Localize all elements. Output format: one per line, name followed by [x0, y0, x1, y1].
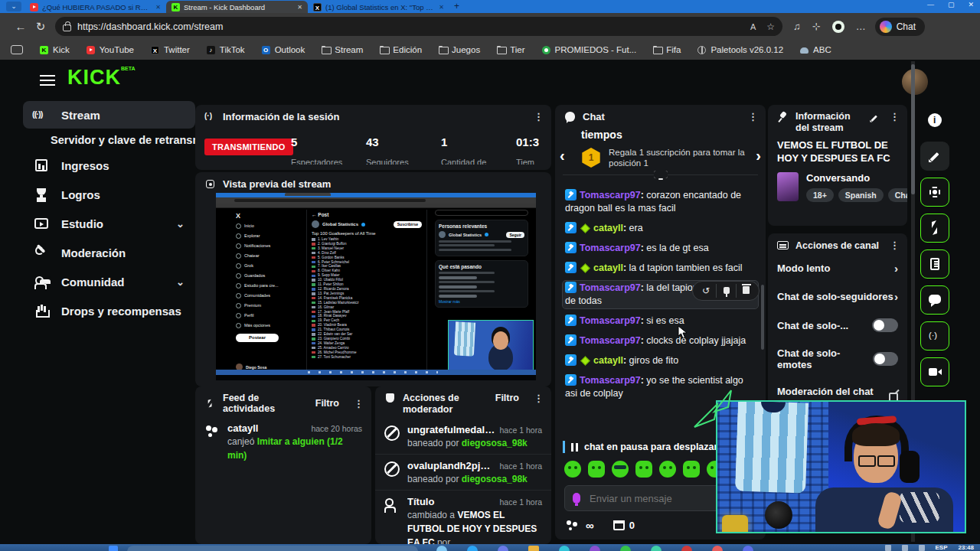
emote-icon[interactable]	[564, 461, 581, 478]
chat-message[interactable]: catayll era	[563, 221, 758, 236]
infinity-icon[interactable]: ∞	[586, 519, 593, 532]
chat-message[interactable]: Tomascarp97 si es esa	[563, 314, 758, 328]
kebab-menu-icon[interactable]: ⋮	[890, 240, 900, 251]
sidebar-item[interactable]: Servidor y clave de retransm	[23, 130, 195, 150]
notes-button[interactable]	[920, 249, 949, 279]
sidebar-item[interactable]: Logros	[23, 181, 195, 208]
chat-divider[interactable]	[563, 174, 758, 185]
chevron-right-icon[interactable]: ›	[894, 290, 898, 303]
chat-message[interactable]: Tomascarp97 clocks de colplay jjajaja	[563, 334, 758, 348]
emote-icon[interactable]	[659, 461, 676, 478]
windows-taskbar[interactable]: ESP 23:48	[0, 544, 980, 551]
bookmark-item[interactable]: Twitter	[151, 45, 190, 54]
bookmark-item[interactable]: YouTube	[87, 45, 134, 54]
chat-message[interactable]: catayll la d tapion tambien es facil	[563, 261, 758, 276]
category-name[interactable]: Conversando	[806, 172, 907, 184]
chat-scrollbar[interactable]	[761, 285, 764, 350]
bookmark-item[interactable]: PROMIEDOS - Fut...	[542, 45, 637, 54]
clock[interactable]: 23:48	[959, 544, 974, 551]
identity-icon[interactable]	[566, 520, 580, 532]
tray-icon[interactable]	[919, 545, 925, 551]
sidebar-item[interactable]: Estudio ⌄	[23, 210, 195, 237]
sidebar-item[interactable]: Drops y recompensas	[23, 297, 195, 324]
chat-message[interactable]: catayll giros de fito	[563, 354, 758, 368]
language-indicator[interactable]: ESP	[936, 544, 948, 551]
minimize-button[interactable]: —	[927, 1, 934, 8]
channel-action-row[interactable]: Chat de solo-emotes ›	[768, 340, 907, 378]
info-button[interactable]	[920, 106, 949, 135]
chevron-right-icon[interactable]: ›	[894, 262, 898, 275]
bookmark-item[interactable]: Tier	[497, 45, 524, 54]
new-tab-button[interactable]: +	[454, 1, 459, 11]
emote-icon[interactable]	[683, 461, 700, 478]
tray-icon[interactable]	[885, 545, 891, 551]
broadcast-button[interactable]	[920, 321, 949, 350]
moderator-action-entry[interactable]: ovaluplandh2pjhfgvzf hace 1 hora baneado…	[375, 454, 551, 490]
toggle-switch[interactable]	[872, 318, 898, 332]
browser-tab[interactable]: Stream - Kick Dashboard ✕	[166, 1, 308, 13]
kebab-menu-icon[interactable]: ⋮	[748, 111, 758, 122]
site-info-lock-icon[interactable]	[63, 24, 71, 31]
browser-tab[interactable]: ¿Qué HUBIERA PASADO si Ronald ✕	[24, 1, 166, 13]
activity-feed-button[interactable]	[920, 214, 949, 243]
emote-icon[interactable]	[635, 461, 652, 478]
back-button[interactable]: ←	[11, 20, 31, 33]
bookmark-item[interactable]: Outlook	[262, 45, 305, 54]
sidebar-item[interactable]: Moderación	[23, 239, 195, 266]
tab-search-icon[interactable]: ⌄	[6, 2, 21, 11]
edit-pencil-icon[interactable]	[870, 113, 880, 123]
reply-icon[interactable]: ↺	[696, 284, 716, 298]
extension-soccer-icon[interactable]	[832, 21, 844, 33]
chat-message[interactable]: Tomascarp97 corazon encantado de dragon …	[563, 188, 758, 216]
delete-icon[interactable]	[736, 284, 756, 298]
video-button[interactable]	[920, 357, 949, 386]
copilot-chat-button[interactable]: Chat	[875, 18, 925, 36]
sidebar-item[interactable]: Ingresos	[23, 152, 195, 179]
chat-message[interactable]: Tomascarp97 es la de gt esa	[563, 241, 758, 256]
bookmark-item[interactable]: Fifa	[653, 45, 681, 54]
activity-feed-entry[interactable]: catayll hace 20 horas canjeó Imitar a al…	[195, 417, 371, 466]
close-button[interactable]: ✕	[968, 1, 974, 8]
toggle-switch[interactable]	[873, 352, 898, 366]
kebab-menu-icon[interactable]: ⋮	[534, 111, 544, 122]
channel-action-row[interactable]: Chat de solo-seguidores ›	[768, 282, 907, 311]
tray-icon[interactable]	[902, 545, 908, 551]
address-bar[interactable]: https://dashboard.kick.com/stream A ☆	[55, 17, 782, 36]
profile-avatar[interactable]	[902, 69, 928, 95]
stream-preview-video[interactable]: X InicioExplorarNotificacionesChatearGro…	[216, 193, 536, 380]
url-text[interactable]: https://dashboard.kick.com/stream	[77, 21, 744, 32]
category-thumbnail[interactable]	[777, 172, 799, 201]
reload-button[interactable]: ↻	[31, 20, 51, 34]
read-aloud-icon[interactable]: A	[750, 22, 756, 31]
pin-icon[interactable]	[716, 284, 736, 298]
moderator-action-entry[interactable]: Título hace 1 hora cambiado a VEMOS EL F…	[375, 490, 551, 544]
favorite-star-icon[interactable]: ☆	[766, 21, 775, 32]
collections-icon[interactable]: ⊹	[812, 21, 821, 32]
taskbar-search[interactable]	[127, 546, 418, 551]
kick-logo[interactable]: KICKBETA	[67, 66, 136, 90]
maximize-button[interactable]: ▢	[948, 1, 955, 8]
preview-toggle-button[interactable]	[920, 178, 949, 207]
browser-tab[interactable]: (1) Global Statistics en X: "Top 100 ✕	[308, 1, 449, 13]
media-controls-icon[interactable]: ♫	[793, 21, 801, 32]
apps-icon[interactable]	[11, 45, 23, 54]
store-button[interactable]: 0	[613, 520, 635, 531]
kebab-menu-icon[interactable]: ⋮	[534, 393, 544, 404]
bookmark-item[interactable]: Stream	[322, 45, 363, 54]
system-tray[interactable]: ESP 23:48	[885, 544, 974, 551]
edit-button[interactable]	[920, 142, 949, 171]
microphone-icon[interactable]	[573, 493, 580, 504]
chat-toggle-button[interactable]	[920, 285, 949, 315]
kebab-menu-icon[interactable]: ⋮	[354, 398, 364, 409]
kebab-menu-icon[interactable]: ⋮	[890, 111, 900, 122]
bookmark-item[interactable]: Kick	[40, 45, 70, 54]
bookmark-item[interactable]: Juegos	[439, 45, 480, 54]
tab-close-icon[interactable]: ✕	[297, 4, 302, 11]
emote-icon[interactable]	[588, 461, 605, 478]
channel-action-row[interactable]: Chat de solo-... ›	[768, 311, 907, 340]
bookmark-item[interactable]: TikTok	[207, 45, 245, 54]
tab-close-icon[interactable]: ✕	[439, 4, 444, 11]
bookmark-item[interactable]: Paletools v26.0.12	[697, 45, 783, 54]
carousel-right-icon[interactable]: ›	[756, 147, 761, 165]
sidebar-item[interactable]: Comunidad ⌄	[23, 268, 195, 295]
